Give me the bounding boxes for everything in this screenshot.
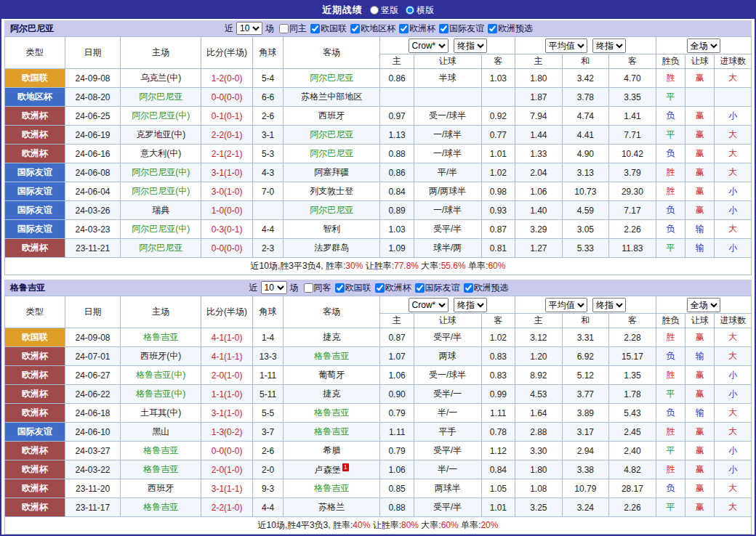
filter-competition-checkbox[interactable] (350, 24, 360, 33)
bookmaker-select[interactable]: Crow* (409, 298, 449, 312)
odds-away: 1.12 (481, 442, 515, 460)
bookmaker-select[interactable]: Crow* (409, 38, 449, 53)
col-avg-home: 主 (515, 54, 563, 69)
match-row: 欧国联24-09-08格鲁吉亚4-1(1-0)1-4捷克0.87受平/半1.02… (5, 328, 752, 347)
match-score: 0-0(0-0) (201, 88, 253, 107)
odds-away: 1.05 (481, 479, 515, 498)
result-goals: 大 (715, 423, 752, 442)
result-goals: 大 (715, 126, 752, 145)
avg-draw: 4.41 (562, 126, 609, 145)
competition-badge: 欧洲杯 (5, 239, 65, 258)
vertical-radio[interactable] (370, 6, 379, 15)
match-score: 2-0(1-0) (201, 366, 253, 385)
corner-score: 4-3 (252, 163, 283, 182)
filter-competition-label: 欧地区杯 (361, 23, 395, 35)
odds-handicap: 半球 (414, 69, 481, 88)
filter-competition[interactable]: 欧洲预选 (464, 282, 509, 294)
filter-competition-label: 欧国联 (345, 282, 371, 294)
filter-competition-checkbox[interactable] (439, 24, 449, 33)
filter-competition-checkbox[interactable] (415, 283, 425, 293)
topbar: 近期战绩 竖版 横版 (1, 1, 755, 19)
match-date: 24-06-04 (65, 182, 121, 201)
filter-competition-checkbox[interactable] (488, 24, 497, 33)
filter-competition-checkbox[interactable] (310, 24, 320, 33)
filter-competition[interactable]: 欧地区杯 (350, 23, 395, 35)
match-score: 4-1(1-1) (201, 347, 253, 366)
result-handicap: 赢 (685, 366, 715, 385)
odds-home: 0.84 (380, 182, 414, 201)
corner-score: 2-0 (252, 460, 283, 479)
page-title: 近期战绩 (322, 4, 363, 17)
odds-handicap: 受一/球半 (414, 366, 481, 385)
competition-badge: 欧国联 (5, 69, 65, 88)
view-option-horizontal[interactable]: 横版 (406, 4, 434, 17)
average-select[interactable]: 平均值 (545, 298, 587, 312)
odds-handicap: 两/两球半 (414, 182, 481, 201)
match-row: 欧国联24-09-08乌克兰(中)1-2(0-0)5-4阿尔巴尼亚0.86半球1… (5, 69, 752, 88)
horizontal-radio[interactable] (406, 6, 414, 15)
match-row: 欧洲杯24-06-19克罗地亚(中)2-2(0-1)3-1阿尔巴尼亚1.13一/… (5, 126, 752, 145)
match-row: 欧洲杯24-06-16意大利(中)2-1(2-1)5-3阿尔巴尼亚0.88一/球… (5, 145, 752, 163)
avg-home: 1.80 (515, 460, 563, 479)
competition-badge: 欧洲杯 (5, 442, 65, 460)
competition-badge: 欧洲杯 (5, 145, 65, 163)
match-row: 欧洲杯24-03-27格鲁吉亚0-0(0-0)2-6希腊0.79受平/半1.12… (5, 442, 752, 460)
avg-away: 2.26 (609, 220, 656, 239)
away-team: 格鲁吉亚 (284, 404, 380, 423)
filter-competition[interactable]: 欧洲杯 (399, 23, 435, 35)
filter-same-venue-checkbox[interactable] (279, 24, 289, 33)
filter-competition[interactable]: 国际友谊 (415, 282, 460, 294)
red-card-count: 1 (342, 463, 349, 471)
filter-competition[interactable]: 欧洲杯 (375, 282, 411, 294)
home-team: 乌克兰(中) (121, 69, 201, 88)
final-index-select-2[interactable]: 终指 (592, 38, 626, 53)
fulltime-select[interactable]: 全场 (687, 38, 720, 53)
filter-competition[interactable]: 欧国联 (310, 23, 347, 35)
filter-competition-checkbox[interactable] (335, 283, 345, 293)
filter-competition-checkbox[interactable] (464, 283, 473, 293)
home-team: 格鲁吉亚 (121, 460, 201, 479)
corner-score: 5-11 (252, 385, 283, 404)
filter-same-venue[interactable]: 同主 (279, 23, 307, 35)
corner-score: 2-6 (252, 107, 283, 126)
fulltime-select[interactable]: 全场 (687, 298, 720, 312)
avg-home: 1.06 (515, 182, 563, 201)
filter-competition[interactable]: 国际友谊 (439, 23, 484, 35)
match-date: 23-11-20 (65, 479, 121, 498)
final-index-select-1[interactable]: 终指 (454, 38, 487, 53)
corner-score: 1-4 (252, 328, 283, 347)
average-select[interactable]: 平均值 (545, 38, 587, 53)
final-index-select-1[interactable]: 终指 (454, 298, 487, 312)
col-avg-draw: 和 (562, 314, 609, 328)
result-wdl: 负 (656, 220, 685, 239)
competition-badge: 欧国联 (5, 328, 65, 347)
recent-count-select[interactable]: 10 (236, 22, 262, 35)
filter-competition[interactable]: 欧洲预选 (488, 23, 533, 35)
recent-count-select[interactable]: 10 (261, 281, 287, 294)
result-handicap: 赢 (685, 442, 715, 460)
filter-competition-checkbox[interactable] (399, 24, 409, 33)
filter-competition-checkbox[interactable] (375, 283, 385, 293)
filter-same-venue-checkbox[interactable] (304, 283, 313, 293)
away-team: 智利 (284, 220, 380, 239)
avg-away: 7.71 (609, 126, 656, 145)
result-handicap: 输 (685, 347, 715, 366)
odds-home: 0.89 (380, 201, 414, 220)
result-goals: 小 (715, 239, 752, 258)
odds-handicap: 受平/半 (414, 442, 481, 460)
final-index-select-2[interactable]: 终指 (592, 298, 626, 312)
recent-label: 近 (249, 282, 258, 294)
col-odds-away: 客 (481, 314, 515, 328)
match-score: 1-2(0-0) (201, 69, 253, 88)
odds-away: 0.92 (481, 107, 515, 126)
avg-home: 2.04 (515, 163, 563, 182)
view-option-vertical[interactable]: 竖版 (370, 4, 398, 17)
away-team: 阿尔巴尼亚 (284, 201, 380, 220)
filter-same-venue[interactable]: 同客 (304, 282, 331, 294)
filter-competition[interactable]: 欧国联 (335, 282, 371, 294)
vertical-radio-label: 竖版 (381, 4, 398, 17)
away-team: 苏格兰 (284, 498, 380, 517)
avg-draw: 4.59 (562, 201, 609, 220)
odds-handicap: 平手 (414, 423, 481, 442)
home-team: 阿尔巴尼亚 (121, 88, 201, 107)
